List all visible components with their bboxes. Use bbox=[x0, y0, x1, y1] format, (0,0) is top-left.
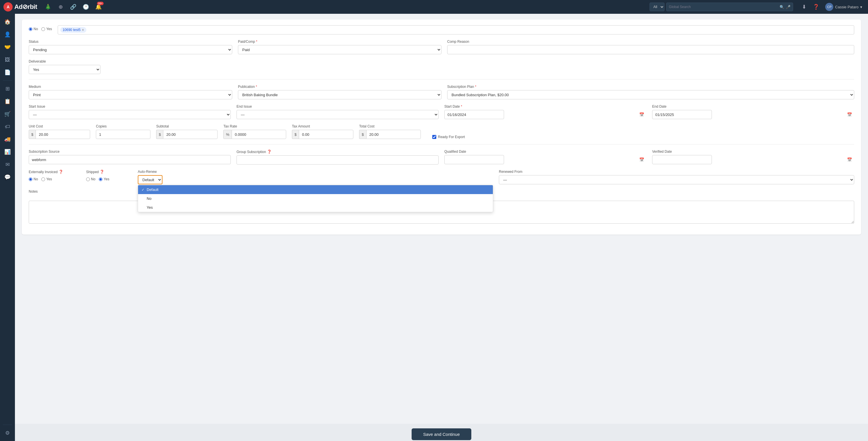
sidebar-item-reports[interactable]: 📊 bbox=[2, 146, 13, 158]
auto-renew-yes-text: Yes bbox=[147, 205, 153, 210]
sidebar-item-tasks[interactable]: 📋 bbox=[2, 96, 13, 107]
publication-group: Publication * British Baking Bundle bbox=[238, 85, 441, 99]
tax-rate-input[interactable] bbox=[231, 130, 286, 139]
start-date-calendar-icon[interactable]: 📅 bbox=[639, 112, 644, 117]
tax-amount-input-group: $ bbox=[292, 130, 353, 139]
nav-help-btn[interactable]: ❓ bbox=[811, 2, 821, 12]
search-icon[interactable]: 🔍 bbox=[780, 5, 784, 9]
sidebar-item-mail[interactable]: ✉ bbox=[2, 159, 13, 170]
auto-renew-select[interactable]: Default No Yes bbox=[138, 175, 162, 184]
auto-renew-label: Auto-Renew bbox=[138, 170, 493, 174]
end-date-group: End Date 📅 bbox=[652, 105, 854, 119]
group-subscription-help-icon[interactable]: ❓ bbox=[267, 150, 272, 154]
ext-inv-yes-radio[interactable] bbox=[41, 177, 45, 181]
subscription-source-input[interactable] bbox=[29, 155, 231, 164]
row-status: Status Pending Paid/Comp * Paid Comp Rea… bbox=[29, 40, 854, 54]
section-divider-2 bbox=[29, 144, 854, 144]
user-menu-btn[interactable]: CP Cassie Pataro ▾ bbox=[823, 2, 865, 12]
paid-comp-required: * bbox=[256, 40, 257, 43]
sidebar-item-shipping[interactable]: 🚚 bbox=[2, 134, 13, 145]
paid-comp-select[interactable]: Paid bbox=[238, 45, 441, 54]
nav-history-btn[interactable]: 🕐 bbox=[81, 2, 91, 12]
sidebar-item-settings[interactable]: ⚙ bbox=[2, 427, 13, 439]
externally-invoiced-label: Externally Invoiced ❓ bbox=[29, 170, 81, 174]
ready-for-export-label[interactable]: Ready For Export bbox=[432, 135, 465, 139]
tax-amount-label: Tax Amount bbox=[292, 124, 353, 128]
nav-add-btn[interactable]: ⊕ bbox=[55, 2, 66, 12]
tag-field[interactable]: 10690 test5 × bbox=[58, 25, 854, 34]
sidebar-item-orders[interactable]: 🛒 bbox=[2, 108, 13, 120]
externally-invoiced-help-icon[interactable]: ❓ bbox=[59, 170, 63, 174]
nav-notifications-btn[interactable]: 🎄 bbox=[43, 2, 53, 12]
paid-comp-group: Paid/Comp * Paid bbox=[238, 40, 441, 54]
tax-amount-input[interactable] bbox=[299, 130, 353, 139]
end-issue-group: End Issue — bbox=[237, 105, 439, 119]
ext-inv-no-radio[interactable] bbox=[29, 177, 32, 181]
sidebar-item-people[interactable]: 👤 bbox=[2, 29, 13, 40]
total-cost-input[interactable] bbox=[366, 130, 421, 139]
comp-reason-input[interactable] bbox=[447, 45, 854, 54]
tax-amount-group: Tax Amount $ bbox=[292, 124, 353, 139]
shipped-no-label[interactable]: No bbox=[86, 177, 95, 181]
tax-rate-input-group: % bbox=[223, 130, 286, 139]
search-input[interactable] bbox=[669, 5, 778, 9]
no-radio[interactable] bbox=[29, 27, 32, 31]
auto-renew-option-default[interactable]: ✓ Default bbox=[138, 185, 493, 194]
sidebar-item-home[interactable]: 🏠 bbox=[2, 16, 13, 28]
verified-date-calendar-icon[interactable]: 📅 bbox=[847, 157, 852, 162]
yes-radio-label[interactable]: Yes bbox=[41, 27, 52, 31]
ready-for-export-checkbox[interactable] bbox=[432, 135, 436, 139]
yes-radio[interactable] bbox=[41, 27, 45, 31]
save-continue-button[interactable]: Save and Continue bbox=[412, 429, 471, 440]
no-yes-group: No Yes bbox=[29, 25, 52, 31]
auto-renew-option-no[interactable]: ✓ No bbox=[138, 194, 493, 203]
mic-icon[interactable]: 🎤 bbox=[786, 5, 790, 9]
auto-renew-option-yes[interactable]: ✓ Yes bbox=[138, 203, 493, 212]
start-date-input[interactable] bbox=[444, 110, 504, 119]
nav-download-btn[interactable]: ⬇ bbox=[799, 2, 809, 12]
sidebar-item-grid[interactable]: ⊞ bbox=[2, 83, 13, 94]
deliverable-select[interactable]: Yes bbox=[29, 65, 100, 74]
shipped-help-icon[interactable]: ❓ bbox=[100, 170, 104, 174]
end-issue-select[interactable]: — bbox=[237, 110, 439, 119]
publication-select[interactable]: British Baking Bundle bbox=[238, 90, 441, 99]
start-issue-select[interactable]: — bbox=[29, 110, 231, 119]
group-subscription-input[interactable] bbox=[237, 155, 439, 165]
verified-date-input[interactable] bbox=[652, 155, 712, 164]
medium-label: Medium bbox=[29, 85, 232, 89]
ext-inv-no-label[interactable]: No bbox=[29, 177, 38, 181]
sidebar-item-partners[interactable]: 🤝 bbox=[2, 41, 13, 53]
copies-input[interactable] bbox=[96, 130, 150, 139]
end-date-calendar-icon[interactable]: 📅 bbox=[847, 112, 852, 117]
ext-inv-yes-label[interactable]: Yes bbox=[41, 177, 52, 181]
nav-bell-btn[interactable]: 🔔 99+ bbox=[93, 2, 104, 12]
shipped-yes-label[interactable]: Yes bbox=[99, 177, 110, 181]
subtotal-input[interactable] bbox=[163, 130, 218, 139]
sidebar-item-tags[interactable]: 🏷 bbox=[2, 121, 13, 133]
app-logo[interactable]: A Ad⊘rbit bbox=[3, 2, 37, 11]
nav-link-btn[interactable]: 🔗 bbox=[68, 2, 79, 12]
unit-cost-input-group: $ bbox=[29, 130, 90, 139]
search-input-wrap: 🔍 🎤 bbox=[666, 3, 793, 11]
shipped-yes-radio[interactable] bbox=[99, 177, 102, 181]
medium-select[interactable]: Print bbox=[29, 90, 232, 99]
tag-close-btn[interactable]: × bbox=[82, 28, 84, 32]
paid-comp-label: Paid/Comp * bbox=[238, 40, 441, 43]
form-card: No Yes 10690 test5 × bbox=[22, 20, 861, 235]
search-category-select[interactable]: All bbox=[650, 3, 664, 11]
qualified-date-input[interactable] bbox=[444, 155, 504, 164]
sidebar-item-chat[interactable]: 💬 bbox=[2, 171, 13, 183]
subscription-plan-select[interactable]: Bundled Subscription Plan, $20.00 bbox=[447, 90, 854, 99]
sidebar-item-media[interactable]: 🖼 bbox=[2, 54, 13, 65]
renewed-from-select[interactable]: — bbox=[499, 175, 854, 184]
checkmark-icon: ✓ bbox=[142, 188, 144, 192]
no-radio-label[interactable]: No bbox=[29, 27, 38, 31]
notification-badge: 99+ bbox=[97, 2, 104, 5]
shipped-label: Shipped ❓ bbox=[86, 170, 132, 174]
status-select[interactable]: Pending bbox=[29, 45, 232, 54]
shipped-no-radio[interactable] bbox=[86, 177, 90, 181]
unit-cost-input[interactable] bbox=[36, 130, 90, 139]
end-date-input[interactable] bbox=[652, 110, 712, 119]
sidebar-item-documents[interactable]: 📄 bbox=[2, 67, 13, 78]
qualified-date-calendar-icon[interactable]: 📅 bbox=[639, 157, 644, 162]
